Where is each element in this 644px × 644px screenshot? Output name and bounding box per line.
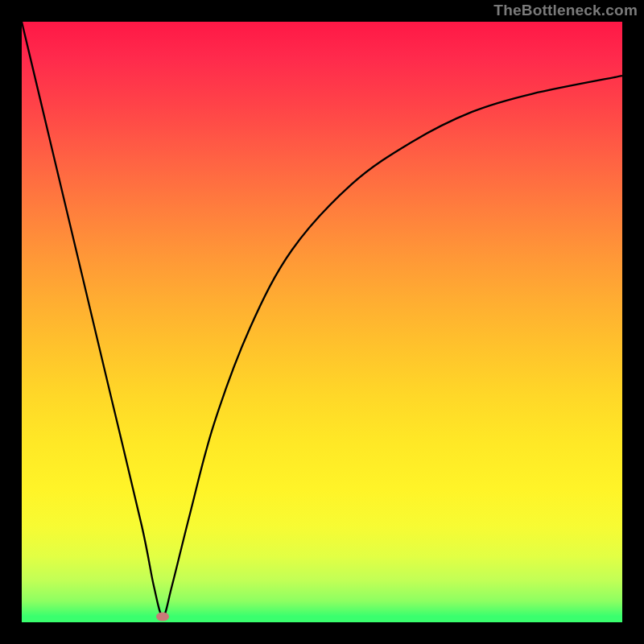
minimum-marker xyxy=(156,612,169,621)
plot-area xyxy=(22,22,622,622)
bottleneck-curve xyxy=(22,22,622,622)
watermark-text: TheBottleneck.com xyxy=(493,2,638,19)
